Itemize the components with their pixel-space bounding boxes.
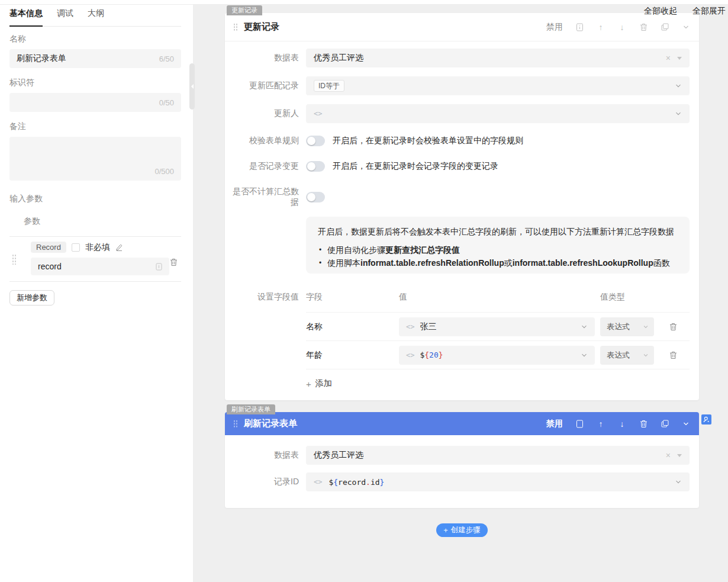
datasheet-label: 数据表 — [225, 53, 299, 63]
params-group-label: 参数 — [24, 216, 181, 227]
delete-row-icon[interactable] — [669, 323, 677, 331]
record-changes-toggle[interactable] — [306, 161, 325, 172]
code-icon: <> — [314, 110, 322, 118]
input-params-label: 输入参数 — [9, 194, 181, 204]
collapse-step-icon[interactable] — [681, 420, 691, 427]
param-type-badge: Record — [31, 242, 66, 253]
record-changes-label: 是否记录变更 — [225, 161, 299, 172]
note-doc-icon[interactable] — [575, 23, 584, 31]
param-row: Record 非必填 record — [9, 237, 181, 281]
top-divider — [0, 0, 728, 5]
updater-select[interactable]: <> — [306, 104, 690, 123]
validate-rules-toggle[interactable] — [306, 136, 325, 146]
clear-icon[interactable]: × — [666, 451, 671, 460]
create-step-button[interactable]: + 创建步骤 — [436, 523, 488, 537]
field-value-select[interactable]: <> 张三 — [399, 317, 595, 336]
drag-handle-icon[interactable] — [233, 23, 238, 31]
remark-counter: 0/500 — [154, 167, 174, 176]
workflow-canvas: 全部收起 全部展开 更新记录 更新记录 禁用 ↑ — [194, 5, 728, 582]
identifier-counter: 0/50 — [159, 98, 174, 107]
move-up-icon[interactable]: ↑ — [596, 420, 605, 428]
sidebar-collapse-handle[interactable] — [189, 63, 195, 110]
tab-basic-info[interactable]: 基本信息 — [9, 8, 43, 26]
skip-rollup-label: 是否不计算汇总数据 — [225, 187, 299, 208]
delete-step-icon[interactable] — [639, 420, 648, 428]
plus-icon: + — [443, 526, 448, 535]
param-name-input[interactable]: record — [31, 258, 169, 275]
copy-step-icon[interactable] — [660, 23, 669, 31]
field-row: 名称 <> 张三 — [306, 312, 690, 340]
step-tag: 更新记录 — [227, 5, 262, 15]
step-tag: 刷新记录表单 — [227, 404, 275, 414]
chevron-down-icon — [675, 110, 682, 117]
drag-handle-icon[interactable] — [12, 254, 17, 265]
locate-member-icon[interactable] — [701, 414, 711, 425]
edit-pencil-icon[interactable] — [115, 243, 123, 251]
tab-outline[interactable]: 大纲 — [88, 8, 104, 26]
fields-table-header: 字段 值 值类型 — [306, 290, 690, 312]
step-title: 更新记录 — [244, 21, 546, 33]
add-field-row-button[interactable]: + 添加 — [306, 369, 690, 389]
move-up-icon[interactable]: ↑ — [596, 23, 605, 31]
collapse-step-icon[interactable] — [681, 24, 691, 31]
text-field-icon — [156, 263, 162, 271]
value-type-select[interactable]: 表达式 — [600, 317, 654, 336]
chevron-down-icon — [581, 352, 588, 359]
datasheet-label: 数据表 — [225, 450, 299, 461]
step-header[interactable]: 更新记录 禁用 ↑ ↓ — [225, 13, 699, 41]
datasheet-value: 优秀员工评选 — [314, 450, 659, 461]
plus-icon: + — [306, 379, 311, 389]
chevron-down-icon — [675, 82, 682, 89]
info-bullet: 使用脚本informat.table.refreshRelationRollup… — [318, 256, 678, 269]
updater-label: 更新人 — [225, 108, 299, 119]
info-bullet: 使用自动化步骤更新查找汇总字段值 — [318, 243, 678, 256]
caret-down-icon — [677, 57, 682, 60]
name-input[interactable]: 刷新记录表单 6/50 — [9, 49, 181, 68]
match-record-select[interactable]: ID等于 — [306, 76, 690, 95]
match-condition-tag: ID等于 — [314, 80, 344, 92]
optional-checkbox[interactable] — [72, 243, 80, 252]
collapse-arrow-icon — [191, 84, 194, 89]
field-value-select[interactable]: <> ${20} — [399, 346, 595, 365]
validate-rules-hint: 开启后，在更新记录时会校验表单设置中的字段规则 — [333, 136, 523, 146]
field-value: 张三 — [420, 321, 575, 332]
name-value: 刷新记录表单 — [17, 53, 154, 64]
delete-row-icon[interactable] — [669, 351, 677, 359]
drag-handle-icon[interactable] — [233, 420, 238, 427]
note-doc-icon[interactable] — [575, 420, 584, 428]
identifier-input[interactable]: 0/50 — [9, 93, 181, 112]
move-down-icon[interactable]: ↓ — [617, 23, 627, 31]
info-line: 开启后，数据更新后将不会触发本表中汇总字段的刷新，可以使用以下方法重新计算汇总字… — [318, 225, 678, 239]
param-name-value: record — [38, 262, 151, 271]
delete-param-icon[interactable] — [170, 258, 178, 266]
value-type: 表达式 — [607, 350, 630, 361]
move-down-icon[interactable]: ↓ — [617, 420, 627, 428]
delete-step-icon[interactable] — [639, 23, 648, 31]
field-row: 年龄 <> ${20} — [306, 340, 690, 369]
code-icon: <> — [406, 323, 414, 331]
skip-rollup-toggle[interactable] — [306, 192, 325, 202]
tab-debug[interactable]: 调试 — [57, 8, 73, 26]
remark-textarea[interactable]: 0/500 — [9, 137, 181, 181]
optional-label: 非必填 — [85, 242, 110, 253]
record-id-label: 记录ID — [225, 477, 299, 487]
disable-button[interactable]: 禁用 — [546, 22, 563, 33]
copy-step-icon[interactable] — [660, 420, 669, 427]
datasheet-value: 优秀员工评选 — [314, 53, 659, 63]
code-icon: <> — [406, 351, 414, 359]
step-header-selected[interactable]: 刷新记录表单 禁用 ↑ ↓ — [225, 412, 699, 435]
disable-button[interactable]: 禁用 — [546, 419, 563, 429]
sidebar-tabs: 基本信息 调试 大纲 — [9, 8, 181, 27]
clear-icon[interactable]: × — [666, 53, 671, 63]
datasheet-select[interactable]: 优秀员工评选 × — [306, 446, 690, 465]
code-icon: <> — [314, 478, 322, 486]
identifier-label: 标识符 — [9, 78, 181, 88]
remark-label: 备注 — [9, 121, 181, 132]
chevron-down-icon — [581, 323, 588, 330]
record-changes-hint: 开启后，在更新记录时会记录字段的变更记录 — [333, 161, 498, 172]
record-id-input[interactable]: <> ${record.id} — [306, 472, 690, 491]
value-type-select[interactable]: 表达式 — [600, 346, 654, 365]
datasheet-select[interactable]: 优秀员工评选 × — [306, 49, 690, 67]
set-field-values-section: 设置字段值 字段 值 值类型 名称 <> 张三 — [225, 290, 690, 389]
add-param-button[interactable]: 新增参数 — [9, 290, 54, 306]
